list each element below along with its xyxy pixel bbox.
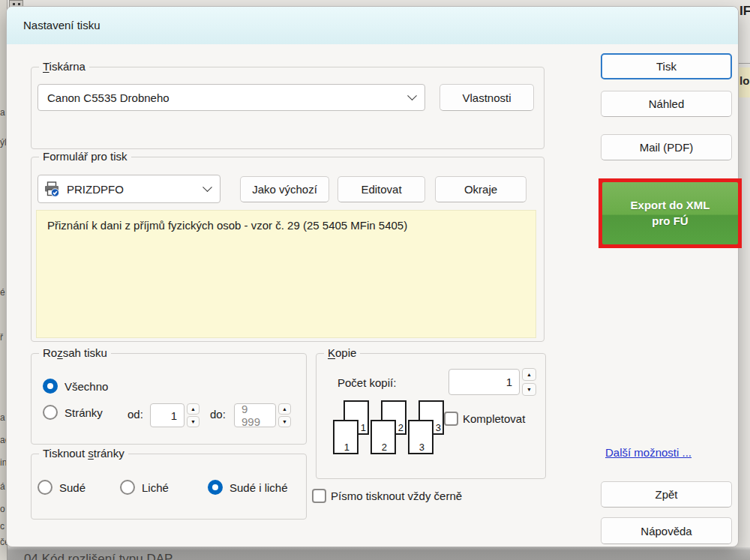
print-pages-group-label: Tisknout stránky — [39, 447, 128, 460]
checkbox-label: Písmo tisknout vždy černě — [331, 490, 462, 502]
from-page-spinner: ▲ ▼ — [187, 403, 200, 427]
copies-group: Kopie Počet kopií: 1 ▲ ▼ 1 1 2 2 3 3 Kom… — [316, 353, 546, 479]
copies-spinner: ▲ ▼ — [522, 368, 536, 396]
preview-button[interactable]: Náhled — [601, 91, 732, 117]
radio-selected-icon — [208, 480, 223, 495]
collate-pages-icon: 1 1 2 2 3 3 — [333, 400, 442, 465]
margins-button[interactable]: Okraje — [435, 176, 526, 202]
form-description-panel: Přiznání k dani z příjmů fyzických osob … — [36, 210, 536, 338]
print-button[interactable]: Tisk — [601, 53, 732, 79]
to-label: do: — [210, 408, 226, 421]
chevron-down-icon — [407, 91, 417, 100]
spin-up-button[interactable]: ▲ — [187, 403, 200, 415]
radio-option-even[interactable]: Sudé — [38, 480, 86, 495]
printer-select-value: Canon C5535 Drobneho — [47, 91, 403, 104]
copies-count-input[interactable]: 1 — [448, 369, 520, 395]
copies-group-label: Kopie — [324, 346, 360, 359]
checkbox-unchecked-icon — [444, 412, 458, 426]
dialog-title: Nastavení tisku — [23, 19, 100, 31]
printer-select[interactable]: Canon C5535 Drobneho — [38, 84, 425, 111]
radio-option-pages[interactable]: Stránky — [43, 405, 103, 420]
spin-down-button[interactable]: ▼ — [187, 416, 200, 427]
to-page-input[interactable]: 9 999 — [234, 403, 276, 427]
form-group: Formulář pro tisk PRIZDPFO Jako výchozí … — [31, 157, 544, 342]
spin-down-button[interactable]: ▼ — [278, 416, 291, 427]
help-button[interactable]: Nápověda — [601, 517, 732, 544]
radio-label: Liché — [142, 481, 169, 494]
red-highlight-box: Export do XML pro FÚ — [598, 178, 742, 248]
chevron-down-icon — [202, 182, 212, 192]
from-page-input[interactable]: 1 — [150, 403, 184, 427]
form-group-label: Formulář pro tisk — [39, 150, 131, 163]
print-range-group: Rozsah tisku Všechno Stránky od: 1 ▲ ▼ d… — [31, 353, 307, 445]
radio-option-odd[interactable]: Liché — [120, 480, 169, 495]
export-xml-button[interactable]: Export do XML pro FÚ — [602, 182, 738, 244]
copies-count-label: Počet kopií: — [338, 376, 396, 389]
checkbox-label: Kompletovat — [463, 412, 525, 425]
radio-label: Stránky — [64, 406, 103, 419]
print-range-group-label: Rozsah tisku — [39, 346, 111, 359]
back-button[interactable]: Zpět — [601, 481, 732, 508]
radio-selected-icon — [43, 379, 58, 394]
screen: a ýl é ř a ae in á o c čé IF lo 04 Kód r… — [0, 0, 750, 560]
background-statusbar-fragment: 04 Kód rozlišení typu DAP — [8, 547, 750, 560]
set-default-button[interactable]: Jako výchozí — [240, 176, 329, 202]
mail-pdf-button[interactable]: Mail (PDF) — [601, 134, 732, 160]
printer-group-label: Tiskárna — [39, 60, 89, 73]
radio-label: Sudé i liché — [230, 481, 288, 494]
radio-unselected-icon — [120, 480, 135, 495]
properties-button[interactable]: Vlastnosti — [440, 84, 534, 111]
print-settings-dialog: Nastavení tisku Tiskárna Canon C5535 Dro… — [6, 6, 739, 547]
spin-down-button[interactable]: ▼ — [522, 383, 536, 396]
form-select[interactable]: PRIZDPFO — [38, 175, 220, 203]
background-divider-fragment — [739, 63, 750, 64]
edit-button[interactable]: Editovat — [338, 176, 425, 202]
radio-label: Všechno — [64, 380, 108, 393]
collate-checkbox[interactable]: Kompletovat — [444, 412, 525, 426]
radio-label: Sudé — [59, 481, 86, 494]
spin-up-button[interactable]: ▲ — [522, 368, 536, 381]
form-description-text: Přiznání k dani z příjmů fyzických osob … — [47, 219, 407, 232]
from-label: od: — [128, 408, 143, 421]
radio-unselected-icon — [38, 480, 52, 495]
black-print-checkbox[interactable]: Písmo tisknout vždy černě — [312, 489, 462, 503]
more-options-link[interactable]: Další možnosti ... — [605, 446, 692, 459]
background-yellow-row-fragment: lo — [739, 67, 750, 97]
background-text-fragment-top: IF — [740, 4, 750, 19]
radio-option-even-and-odd[interactable]: Sudé i liché — [208, 480, 288, 495]
checkbox-unchecked-icon — [312, 489, 326, 503]
radio-option-all[interactable]: Všechno — [43, 379, 108, 394]
spin-up-button[interactable]: ▲ — [278, 403, 291, 415]
form-select-value: PRIZDPFO — [67, 183, 198, 196]
print-pages-group: Tisknout stránky Sudé Liché Sudé i liché — [31, 454, 307, 520]
background-statusbar-text: 04 Kód rozlišení typu DAP — [24, 552, 172, 560]
printer-group: Tiskárna Canon C5535 Drobneho Vlastnosti — [31, 67, 544, 149]
to-page-spinner: ▲ ▼ — [278, 403, 291, 427]
radio-unselected-icon — [43, 405, 58, 420]
printer-check-icon — [44, 181, 61, 197]
dialog-titlebar[interactable] — [7, 7, 738, 44]
